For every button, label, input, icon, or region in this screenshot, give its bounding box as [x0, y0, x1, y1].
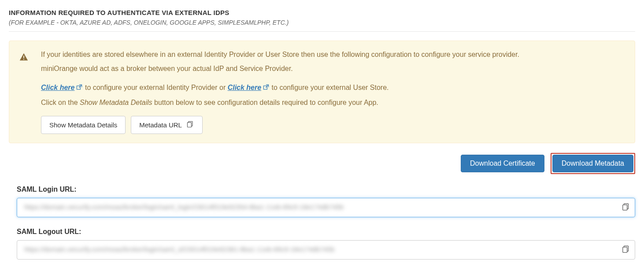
metadata-url-button-label: Metadata URL: [139, 121, 182, 129]
download-certificate-button[interactable]: Download Certificate: [461, 155, 544, 172]
download-metadata-button[interactable]: Download Metadata: [552, 155, 633, 172]
external-link-icon: [76, 83, 83, 94]
configure-userstore-link[interactable]: Click here: [228, 84, 270, 91]
saml-logout-url-group: SAML Logout URL: https://domain.xecurify…: [17, 228, 635, 260]
copy-login-url-button[interactable]: [622, 203, 630, 213]
saml-login-url-value: https://domain.xecurify.com/moas/broker/…: [24, 203, 344, 211]
saml-login-url-input[interactable]: https://domain.xecurify.com/moas/broker/…: [17, 198, 635, 217]
warning-icon: [19, 49, 29, 134]
saml-logout-url-input[interactable]: https://domain.xecurify.com/moas/broker/…: [17, 240, 635, 260]
saml-login-url-label: SAML Login URL:: [17, 186, 635, 193]
metadata-url-button[interactable]: Metadata URL: [131, 116, 203, 134]
section-title: INFORMATION REQUIRED TO AUTHENTICATE VIA…: [9, 9, 635, 16]
saml-logout-url-label: SAML Logout URL:: [17, 228, 635, 236]
external-link-icon: [263, 83, 270, 94]
divider: [9, 31, 635, 32]
copy-logout-url-button[interactable]: [622, 245, 630, 255]
configure-idp-link[interactable]: Click here: [41, 84, 83, 91]
copy-icon: [622, 205, 630, 213]
copy-icon: [622, 248, 630, 255]
show-metadata-details-button[interactable]: Show Metadata Details: [41, 116, 126, 134]
alert-text-line4: Click on the Show Metadata Details butto…: [41, 97, 519, 108]
alert-external-idp: If your identities are stored elsewhere …: [9, 41, 635, 143]
saml-login-url-group: SAML Login URL: https://domain.xecurify.…: [17, 186, 635, 217]
saml-logout-url-value: https://domain.xecurify.com/moas/broker/…: [24, 245, 334, 253]
section-subtitle: (FOR EXAMPLE - OKTA, AZURE AD, ADFS, ONE…: [9, 19, 635, 26]
copy-icon: [186, 120, 194, 130]
highlight-download-metadata: Download Metadata: [551, 153, 635, 174]
alert-text-line2: miniOrange would act as a broker between…: [41, 63, 519, 74]
alert-text-line3: Click here to configure your external Id…: [41, 82, 519, 94]
download-button-row: Download Certificate Download Metadata: [9, 153, 635, 174]
alert-text-line1: If your identities are stored elsewhere …: [41, 49, 519, 60]
